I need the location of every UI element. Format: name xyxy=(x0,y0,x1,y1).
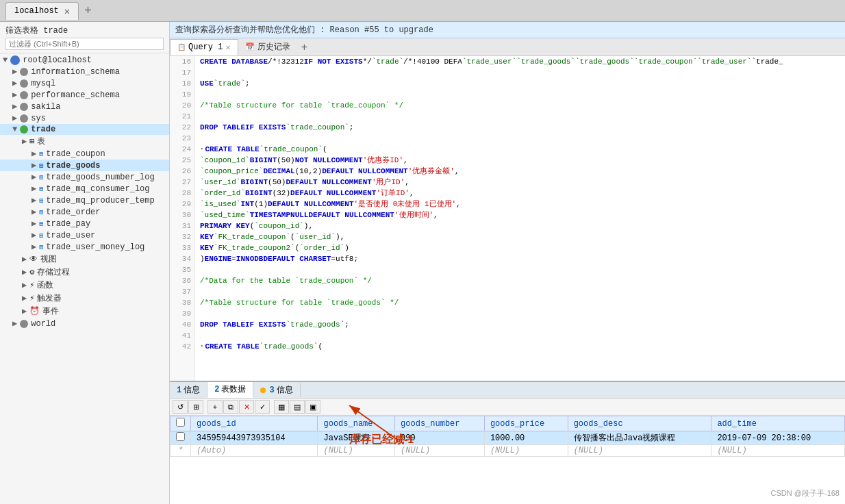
sidebar-item-root[interactable]: ▼ root@localhost xyxy=(0,55,169,66)
results-tab-1[interactable]: 1 信息 xyxy=(170,383,207,397)
toolbar-btn-save[interactable]: ✓ xyxy=(255,400,270,414)
cell-goods_desc[interactable]: (NULL) xyxy=(568,445,711,457)
cell-add_time[interactable]: (NULL) xyxy=(711,445,845,457)
table-icon: ⊞ xyxy=(39,173,43,181)
sidebar-item-trade_user[interactable]: ▶ ⊞ trade_user xyxy=(0,229,169,241)
cell-goods_name[interactable]: (NULL) xyxy=(318,445,395,457)
line-num-18: 18 xyxy=(170,78,194,89)
toolbar-btn-grid3[interactable]: ▣ xyxy=(305,400,320,414)
query-tab-1[interactable]: 📋 Query 1 ✕ xyxy=(170,39,238,55)
select-all-checkbox[interactable] xyxy=(176,418,185,427)
cell-goods_id[interactable]: (Auto) xyxy=(191,445,318,457)
code-line-35[interactable] xyxy=(194,264,845,275)
sidebar-item-trade_pay[interactable]: ▶ ⊞ trade_pay xyxy=(0,218,169,229)
code-line-21[interactable] xyxy=(194,111,845,122)
code-line-25[interactable]: `coupon_id` BIGINT(50) NOT NULL COMMENT … xyxy=(194,155,845,166)
sidebar-item-trade_order[interactable]: ▶ ⊞ trade_order xyxy=(0,206,169,218)
sidebar-item-functions[interactable]: ▶ ⚡ 函数 xyxy=(0,279,169,292)
sidebar-item-trade_user_money_log[interactable]: ▶ ⊞ trade_user_money_log xyxy=(0,241,169,253)
item-label: trade_goods xyxy=(46,161,100,171)
query-tab-close-icon[interactable]: ✕ xyxy=(225,42,230,53)
code-line-34[interactable]: ) ENGINE=INNODB DEFAULT CHARSET=utf8; xyxy=(194,253,845,264)
code-line-19[interactable] xyxy=(194,89,845,100)
sidebar-item-sakila[interactable]: ▶ sakila xyxy=(0,101,169,112)
code-lines[interactable]: CREATE DATABASE /*!32312 IF NOT EXISTS*/… xyxy=(194,56,845,381)
tab-add-button[interactable]: + xyxy=(79,3,97,18)
cell-goods_number[interactable]: (NULL) xyxy=(395,445,485,457)
toolbar-btn-split[interactable]: ⊞ xyxy=(188,400,203,414)
sidebar-item-trade_coupon[interactable]: ▶ ⊞ trade_coupon xyxy=(0,148,169,160)
sidebar-item-world[interactable]: ▶ world xyxy=(0,318,169,329)
sidebar-item-stored_procs[interactable]: ▶ ⚙ 存储过程 xyxy=(0,266,169,279)
sidebar-item-perf_schema[interactable]: ▶ performance_schema xyxy=(0,89,169,101)
sidebar-item-events[interactable]: ▶ ⏰ 事件 xyxy=(0,305,169,318)
cell-goods_number[interactable]: 999 xyxy=(395,431,485,445)
sidebar-item-triggers[interactable]: ▶ ⚡ 触发器 xyxy=(0,292,169,305)
results-tab-2[interactable]: 2 表数据 xyxy=(207,382,253,398)
cell-goods_price[interactable]: (NULL) xyxy=(484,445,568,457)
filter-input[interactable] xyxy=(5,38,164,50)
line-num-19: 19 xyxy=(170,89,194,100)
code-line-37[interactable] xyxy=(194,286,845,297)
cell-add_time[interactable]: 2019-07-09 20:38:00 xyxy=(711,431,845,445)
sidebar-item-mysql[interactable]: ▶ mysql xyxy=(0,77,169,89)
code-line-28[interactable]: `order_id` BIGINT(32) DEFAULT NULL COMME… xyxy=(194,188,845,199)
code-line-16[interactable]: CREATE DATABASE /*!32312 IF NOT EXISTS*/… xyxy=(194,56,845,67)
code-line-41[interactable] xyxy=(194,330,845,341)
sidebar-item-sys[interactable]: ▶ sys xyxy=(0,112,169,124)
toolbar-btn-add[interactable]: + xyxy=(207,400,223,414)
collapse-icon[interactable]: ▪ xyxy=(200,144,203,155)
code-line-36[interactable]: /*Data for the table `trade_coupon` */ xyxy=(194,275,845,286)
expand-icon: ▶ xyxy=(12,318,17,329)
toolbar-btn-grid2[interactable]: ▤ xyxy=(290,400,305,414)
code-line-18[interactable]: USE `trade`; xyxy=(194,78,845,89)
code-line-31[interactable]: PRIMARY KEY (`coupon_id`), xyxy=(194,220,845,231)
code-line-29[interactable]: `is_used` INT(1) DEFAULT NULL COMMENT '是… xyxy=(194,199,845,210)
section-icon: 👁 xyxy=(29,254,38,264)
sidebar-item-info_schema[interactable]: ▶ information_schema xyxy=(0,66,169,77)
code-line-26[interactable]: `coupon_price` DECIMAL(10,2) DEFAULT NUL… xyxy=(194,166,845,177)
toolbar-btn-delete[interactable]: ✕ xyxy=(239,400,254,414)
tab-close-icon[interactable]: ✕ xyxy=(64,5,70,17)
cell-goods_price[interactable]: 1000.00 xyxy=(484,431,568,445)
cell-goods_desc[interactable]: 传智播客出品Java视频课程 xyxy=(568,431,711,445)
collapse-icon[interactable]: ▪ xyxy=(200,341,203,352)
code-line-23[interactable] xyxy=(194,133,845,144)
code-line-27[interactable]: `user_id` BIGINT(50) DEFAULT NULL COMMEN… xyxy=(194,177,845,188)
line-num-42: 42 xyxy=(170,341,194,352)
code-line-17[interactable] xyxy=(194,67,845,78)
sidebar-item-tables[interactable]: ▶ ⊞ 表 xyxy=(0,135,169,148)
table-row[interactable]: *(Auto)(NULL)(NULL)(NULL)(NULL)(NULL) xyxy=(171,445,845,457)
code-line-32[interactable]: KEY `FK_trade_coupon` (`user_id`), xyxy=(194,231,845,242)
code-line-20[interactable]: /*Table structure for table `trade_coupo… xyxy=(194,100,845,111)
code-line-40[interactable]: DROP TABLE IF EXISTS `trade_goods`; xyxy=(194,319,845,330)
code-line-33[interactable]: KEY `FK_trade_coupon2` (`order_id`) xyxy=(194,242,845,253)
results-tab-3[interactable]: 3 信息 xyxy=(253,383,300,397)
code-line-24[interactable]: ▪CREATE TABLE `trade_coupon` ( xyxy=(194,144,845,155)
history-tab[interactable]: 📅 历史记录 xyxy=(238,40,297,54)
sidebar-filter-section: 筛选表格 trade xyxy=(0,22,169,53)
sidebar-item-trade_mq_producer_temp[interactable]: ▶ ⊞ trade_mq_producer_temp xyxy=(0,194,169,206)
cell-goods_id[interactable]: 345959443973935104 xyxy=(191,431,318,445)
code-line-38[interactable]: /*Table structure for table `trade_goods… xyxy=(194,297,845,308)
new-tab-button[interactable]: + xyxy=(297,41,312,53)
browser-tab[interactable]: localhost ✕ xyxy=(5,2,79,20)
toolbar-btn-copy[interactable]: ⧉ xyxy=(223,400,238,414)
code-line-39[interactable] xyxy=(194,308,845,319)
sidebar-item-trade_mq_consumer_log[interactable]: ▶ ⊞ trade_mq_consumer_log xyxy=(0,183,169,194)
code-line-42[interactable]: ▪CREATE TABLE `trade_goods` ( xyxy=(194,341,845,352)
table-row[interactable]: 345959443973935104JavaSE课程9991000.00传智播客… xyxy=(171,431,845,445)
item-label: 表 xyxy=(37,136,45,147)
toolbar-btn-refresh[interactable]: ↺ xyxy=(173,400,188,414)
cell-goods_name[interactable]: JavaSE课程 xyxy=(318,431,395,445)
code-line-22[interactable]: DROP TABLE IF EXISTS `trade_coupon`; xyxy=(194,122,845,133)
row-checkbox[interactable] xyxy=(176,432,185,441)
sidebar-item-trade[interactable]: ▼ trade xyxy=(0,124,169,135)
sidebar-item-views[interactable]: ▶ 👁 视图 xyxy=(0,253,169,266)
code-line-30[interactable]: `used_time` TIMESTAMP NULL DEFAULT NULL … xyxy=(194,210,845,220)
toolbar-btn-grid1[interactable]: ▦ xyxy=(274,400,289,414)
sidebar-item-trade_goods_number_log[interactable]: ▶ ⊞ trade_goods_number_log xyxy=(0,171,169,183)
db-dot xyxy=(20,79,28,88)
sidebar-item-trade_goods[interactable]: ▶ ⊞ trade_goods xyxy=(0,160,169,171)
tab2-label: 表数据 xyxy=(221,383,246,395)
